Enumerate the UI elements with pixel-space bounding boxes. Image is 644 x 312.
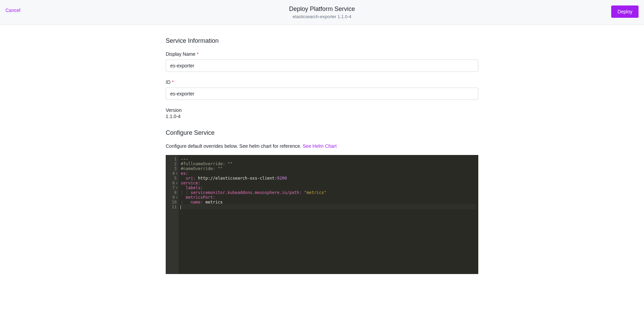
line-number: 2 <box>170 161 177 166</box>
version-field: Version 1.1.0-4 <box>166 107 478 119</box>
required-marker: * <box>197 51 198 57</box>
page-title: Deploy Platform Service <box>289 5 355 13</box>
version-label: Version <box>166 107 478 113</box>
line-number: 8 <box>170 190 177 195</box>
code-line[interactable]: uri: http://elasticsearch-oss-client:920… <box>181 176 476 180</box>
code-line[interactable]: | name: metrics <box>181 199 476 204</box>
id-input[interactable] <box>166 88 478 100</box>
editor-code[interactable]: ---#fullnameOverride: ""#nameOverride: "… <box>179 155 478 274</box>
code-line[interactable]: #fullnameOverride: "" <box>181 161 476 166</box>
line-number: 7 <box>170 185 177 190</box>
code-line[interactable]: labels: <box>181 185 476 190</box>
display-name-input[interactable] <box>166 60 478 72</box>
editor-gutter: 1234567891011 <box>166 155 179 274</box>
code-line[interactable]: --- <box>181 156 476 161</box>
code-line[interactable]: | | servicemonitor.kubeaddons.mesosphere… <box>181 190 476 195</box>
code-line[interactable]: #nameOverride: "" <box>181 166 476 171</box>
page-subtitle: elasticsearch-exporter 1.1.0-4 <box>289 14 355 19</box>
code-line[interactable] <box>181 204 476 209</box>
see-helm-chart-link[interactable]: See Helm Chart <box>303 143 337 149</box>
service-information-title: Service Information <box>166 37 478 44</box>
code-line[interactable]: service: <box>181 180 476 185</box>
configure-service-title: Configure Service <box>166 129 478 136</box>
line-number: 9 <box>170 195 177 199</box>
deploy-button[interactable]: Deploy <box>611 5 639 18</box>
page-header: Cancel Deploy Platform Service elasticse… <box>0 0 644 25</box>
code-line[interactable]: metricsPort: <box>181 195 476 199</box>
line-number: 11 <box>170 204 177 209</box>
cancel-link[interactable]: Cancel <box>5 5 20 13</box>
line-number: 10 <box>170 199 177 204</box>
editor-cursor <box>180 205 181 209</box>
code-line[interactable]: es: <box>181 171 476 176</box>
version-value: 1.1.0-4 <box>166 114 478 119</box>
id-label: ID * <box>166 79 478 85</box>
header-center: Deploy Platform Service elasticsearch-ex… <box>289 5 355 19</box>
yaml-editor[interactable]: 1234567891011 ---#fullnameOverride: ""#n… <box>166 155 478 274</box>
line-number: 5 <box>170 176 177 180</box>
display-name-label: Display Name * <box>166 51 478 57</box>
display-name-field: Display Name * <box>166 51 478 72</box>
line-number: 6 <box>170 180 177 185</box>
configure-description: Configure default overrides below. See h… <box>166 143 478 149</box>
required-marker: * <box>172 79 174 85</box>
id-field: ID * <box>166 79 478 100</box>
line-number: 4 <box>170 171 177 176</box>
content-container: Service Information Display Name * ID * … <box>166 25 478 288</box>
line-number: 3 <box>170 166 177 171</box>
line-number: 1 <box>170 156 177 161</box>
